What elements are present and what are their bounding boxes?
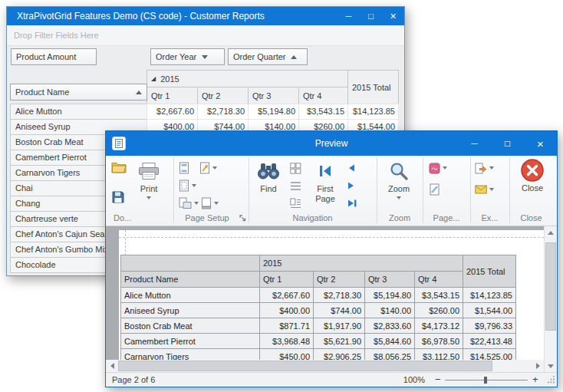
row-header-cell: Alice Mutton: [10, 104, 147, 120]
report-row-name: Boston Crab Meat: [121, 318, 260, 334]
send-email-button[interactable]: [475, 181, 494, 198]
report-cell: $5,194.80: [365, 288, 415, 303]
pivot-close-button[interactable]: ×: [382, 7, 404, 25]
preview-statusbar: Page 2 of 6 100% − +: [106, 372, 557, 387]
field-label: Product Amount: [16, 52, 76, 61]
find-button[interactable]: Find: [252, 158, 285, 210]
qtr2-column-header[interactable]: Qtr 2: [197, 87, 249, 104]
scroll-down-button[interactable]: [545, 360, 557, 372]
maximize-icon: □: [505, 138, 510, 149]
previous-page-button[interactable]: [347, 160, 356, 176]
next-page-button[interactable]: [347, 177, 356, 194]
field-order-quarter[interactable]: Order Quarter: [228, 48, 308, 65]
scroll-up-button[interactable]: [545, 226, 557, 239]
scroll-down-icon: [548, 364, 554, 368]
field-label: Order Year: [156, 52, 196, 61]
print-button[interactable]: Print: [130, 158, 167, 210]
scroll-left-icon: [110, 363, 114, 369]
first-page-button[interactable]: First Page: [307, 158, 344, 210]
scale-icon: [199, 162, 210, 174]
open-document-button[interactable]: [111, 159, 127, 176]
field-product-name[interactable]: Product Name: [10, 84, 147, 100]
folder-open-icon: [111, 161, 127, 173]
scroll-left-button[interactable]: [106, 360, 118, 372]
header-footer-button[interactable]: [179, 160, 189, 176]
last-page-button[interactable]: [347, 195, 357, 212]
horizontal-scroll-thumb[interactable]: [118, 361, 492, 371]
report-cell: $2,718.30: [314, 288, 365, 303]
report-cell: $260.00: [415, 303, 463, 318]
resize-grip-icon: [547, 375, 555, 384]
close-icon: ×: [390, 10, 396, 22]
scroll-right-button[interactable]: [532, 360, 544, 372]
pivot-maximize-button[interactable]: □: [360, 7, 382, 25]
resize-grip[interactable]: [547, 375, 555, 385]
report-cell: $1,917.90: [314, 318, 365, 334]
preview-titlebar: Preview ─ □ ×: [106, 131, 557, 156]
collapse-icon[interactable]: ◢: [151, 75, 156, 82]
report-cell: $4,173.12: [415, 318, 463, 334]
report-cell: $6,978.50: [415, 334, 463, 349]
report-table: 2015 2015 Total Product Name Qtr 1 Qtr 2…: [120, 255, 516, 360]
preview-minimize-button[interactable]: ─: [458, 131, 491, 156]
zoom-in-button[interactable]: +: [532, 374, 538, 385]
pivot-minimize-button[interactable]: ─: [337, 7, 360, 25]
thumbnails-button[interactable]: [290, 195, 301, 212]
many-pages-button[interactable]: [290, 160, 301, 176]
total-cell: $14,123.85: [347, 104, 399, 120]
dropdown-caret-icon: [147, 196, 151, 199]
group-caption-zoom: Zoom: [377, 212, 423, 223]
scroll-up-icon: [548, 231, 554, 235]
field-label: Order Quarter: [233, 52, 285, 61]
pivot-window-title: XtraPivotGrid Features Demo (CS code) - …: [17, 11, 265, 21]
field-order-year[interactable]: Order Year: [150, 48, 225, 65]
group-caption-navigation: Navigation: [249, 212, 377, 223]
year-group-label: 2015: [160, 74, 179, 84]
preview-close-button[interactable]: ×: [524, 131, 557, 156]
page-indicator: Page 2 of 6: [112, 375, 155, 384]
margins-button[interactable]: [179, 177, 196, 194]
qtr4-column-header[interactable]: Qtr 4: [298, 87, 348, 104]
group-caption-export: Ex...: [470, 212, 509, 223]
scale-button[interactable]: [199, 160, 217, 176]
export-to-button[interactable]: [475, 160, 494, 176]
group-caption-page-setup: Page Setup: [173, 212, 241, 223]
filter-hint-label: Drop Filter Fields Here: [14, 31, 99, 40]
orientation-button[interactable]: [179, 195, 199, 212]
report-qtr-header: Qtr 2: [314, 272, 365, 288]
ribbon: Print Find: [106, 156, 557, 226]
many-pages-icon: [290, 163, 301, 174]
qtr1-column-header[interactable]: Qtr 1: [147, 87, 198, 104]
report-cell: $140.00: [365, 303, 415, 318]
envelope-icon: [475, 185, 487, 194]
year-group-header[interactable]: ◢ 2015: [147, 70, 348, 87]
report-qtr-header: Qtr 3: [365, 272, 415, 288]
sort-descending-icon: [202, 55, 208, 59]
zoom-out-button[interactable]: −: [435, 374, 441, 385]
zoom-slider-thumb[interactable]: [484, 377, 487, 384]
report-qtr-header: Qtr 1: [260, 272, 314, 288]
find-label: Find: [260, 184, 276, 194]
zoom-slider[interactable]: [445, 380, 528, 380]
zoom-percent: 100%: [391, 375, 425, 384]
vertical-scrollbar[interactable]: [544, 226, 557, 372]
dialog-launcher-button[interactable]: [236, 212, 249, 224]
filter-drop-area[interactable]: Drop Filter Fields Here: [7, 25, 404, 46]
grand-total-column-header[interactable]: 2015 Total: [347, 70, 399, 104]
floppy-save-icon: [112, 191, 124, 203]
page-color-button[interactable]: [429, 160, 447, 176]
close-preview-button[interactable]: Close: [512, 157, 552, 209]
horizontal-scrollbar[interactable]: [106, 360, 544, 372]
page-outline-button[interactable]: [290, 177, 301, 194]
qtr3-column-header[interactable]: Qtr 3: [248, 87, 299, 104]
vertical-scroll-thumb[interactable]: [545, 242, 556, 331]
dropdown-caret-icon: [489, 166, 494, 170]
paper-size-button[interactable]: [201, 195, 219, 212]
zoom-button[interactable]: Zoom: [379, 158, 419, 210]
preview-maximize-button[interactable]: □: [491, 131, 524, 156]
group-caption-close: Close: [509, 212, 553, 223]
watermark-button[interactable]: [430, 181, 440, 198]
dropdown-caret-icon: [194, 202, 199, 205]
save-document-button[interactable]: [112, 189, 124, 206]
field-product-amount[interactable]: Product Amount: [11, 48, 97, 65]
